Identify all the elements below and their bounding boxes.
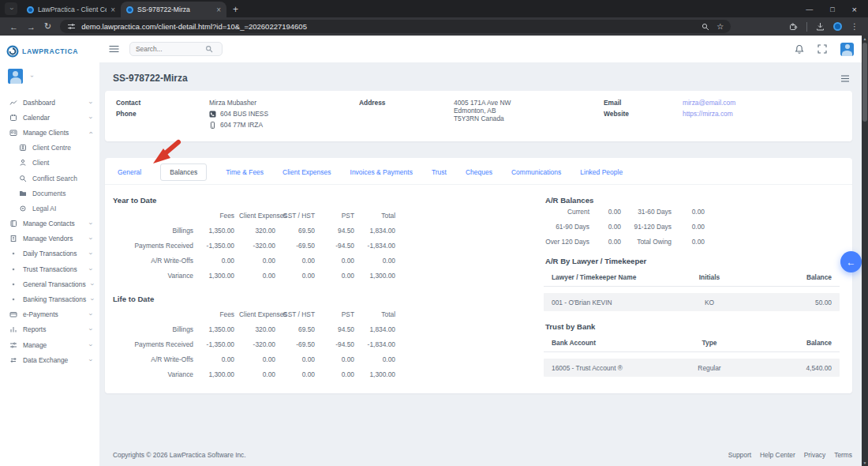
browser-tab-client-detail[interactable]: SS-978722-Mirza × xyxy=(121,2,226,17)
fullscreen-icon[interactable] xyxy=(817,44,827,54)
tab-client-expenses[interactable]: Client Expenses xyxy=(282,168,331,176)
cell: 69.50 xyxy=(275,223,315,238)
balances-left-column: Year to Date Fees Client Expenses GST / … xyxy=(111,190,395,382)
sidebar-item-client-centre[interactable]: Client Centre xyxy=(0,141,99,156)
search-icon[interactable] xyxy=(702,23,709,31)
chevron-down-icon: › xyxy=(88,238,95,240)
contact-name: Mirza Mubasher xyxy=(209,99,359,107)
sidebar-item-data-exchange[interactable]: Data Exchange › xyxy=(0,352,99,367)
dot-icon xyxy=(9,295,17,303)
url-field[interactable]: demo.lawpractica.com/client-detail.html?… xyxy=(60,20,731,33)
footer-link-terms[interactable]: Terms xyxy=(834,451,852,459)
life-to-date-heading: Life to Date xyxy=(113,295,395,303)
chevron-down-icon: › xyxy=(88,223,95,225)
tab-general[interactable]: General xyxy=(118,168,141,176)
cell: -320.00 xyxy=(234,238,275,253)
bookmark-star-icon[interactable]: ☆ xyxy=(716,22,724,31)
chevron-down-icon: › xyxy=(88,329,95,331)
sidebar-item-legal-ai[interactable]: Legal AI xyxy=(0,201,99,216)
col-header: Lawyer / Timekeeper Name xyxy=(552,273,658,281)
sidebar-item-general-transactions[interactable]: General Transactions › xyxy=(0,276,99,291)
year-to-date-heading: Year to Date xyxy=(113,196,395,205)
cell: -1,834.00 xyxy=(354,336,395,351)
cell: 94.50 xyxy=(315,223,354,238)
tab-linked-people[interactable]: Linked People xyxy=(580,168,623,176)
sidebar-item-daily-transactions[interactable]: Daily Transactions › xyxy=(0,246,99,261)
sidebar-item-manage-contacts[interactable]: Manage Contacts › xyxy=(0,216,99,231)
sidebar-item-documents[interactable]: Documents xyxy=(0,186,99,201)
sidebar-item-reports[interactable]: Reports › xyxy=(0,322,99,337)
brand[interactable]: LAWPRACTICA xyxy=(0,42,99,67)
notification-bell-icon[interactable] xyxy=(795,44,804,54)
footer-link-support[interactable]: Support xyxy=(728,451,751,459)
sidebar-item-trust-transactions[interactable]: Trust Transactions › xyxy=(0,261,99,276)
sidebar-item-manage[interactable]: Manage › xyxy=(0,337,99,352)
maximize-icon[interactable]: □ xyxy=(830,6,834,13)
forward-icon[interactable]: → xyxy=(27,22,36,32)
lawyer-name: 001 - O'Brian KEVIN xyxy=(552,299,658,306)
lawpractica-extension-icon[interactable] xyxy=(833,22,842,31)
extensions-icon[interactable] xyxy=(789,22,798,31)
tab-close-icon[interactable]: × xyxy=(216,6,221,14)
tab-close-icon[interactable]: × xyxy=(110,6,115,14)
footer-link-help-center[interactable]: Help Center xyxy=(760,451,795,459)
row-label: Payments Received xyxy=(111,238,193,253)
tab-communications[interactable]: Communications xyxy=(511,168,561,176)
footer-link-privacy[interactable]: Privacy xyxy=(804,451,825,459)
sidebar-item-calendar[interactable]: Calendar › xyxy=(0,110,99,125)
col-header: Initials xyxy=(658,273,761,281)
table-row: Payments Received -1,350.00 -320.00 -69.… xyxy=(111,336,395,351)
global-search[interactable] xyxy=(129,42,223,56)
sidebar-item-e-payments[interactable]: e-Payments › xyxy=(0,307,99,322)
page-content: SS-978722-Mirza Contact Mirza Mubasher P… xyxy=(99,62,868,446)
search-input[interactable] xyxy=(136,45,205,53)
website-link[interactable]: https://mirza.com xyxy=(683,110,841,118)
ar-label: Current xyxy=(544,208,589,216)
reload-icon[interactable]: ↻ xyxy=(44,21,51,32)
sidebar-item-conflict-search[interactable]: Conflict Search xyxy=(0,171,99,186)
table-row[interactable]: 001 - O'Brian KEVIN KO 50.00 xyxy=(544,293,840,311)
tab-search-button[interactable]: › xyxy=(5,2,17,15)
person-badge-icon xyxy=(19,144,27,152)
scroll-up-icon[interactable]: ▲ xyxy=(863,36,867,42)
sidebar-user[interactable]: › xyxy=(0,67,99,95)
browser-tab-client-centre[interactable]: LawPractica - Client Centre × xyxy=(21,2,121,17)
cell: 0.00 xyxy=(315,352,354,367)
scrollbar-thumb[interactable] xyxy=(862,43,867,122)
tab-trust[interactable]: Trust xyxy=(432,168,447,176)
tab-balances[interactable]: Balances xyxy=(160,163,207,181)
magnifier-icon xyxy=(19,175,27,182)
back-icon[interactable]: ← xyxy=(9,22,18,32)
hamburger-icon[interactable] xyxy=(109,45,119,53)
cell: -1,350.00 xyxy=(193,336,234,351)
email-link[interactable]: mirza@email.com xyxy=(683,99,841,107)
col-header: Type xyxy=(658,339,761,347)
scroll-down-icon[interactable]: ▼ xyxy=(863,460,867,466)
app-window: LAWPRACTICA › Dashboard › Calendar › Man… xyxy=(0,36,868,466)
back-floating-button[interactable]: ← xyxy=(840,251,862,272)
user-avatar[interactable] xyxy=(840,43,854,56)
tab-invoices-payments[interactable]: Invoices & Payments xyxy=(350,168,413,176)
sidebar-item-manage-clients[interactable]: Manage Clients › xyxy=(0,125,99,140)
minimize-icon[interactable]: — xyxy=(806,6,813,13)
new-tab-button[interactable]: + xyxy=(233,4,238,15)
close-icon[interactable]: × xyxy=(852,5,857,14)
scrollbar[interactable]: ▲ ▼ xyxy=(862,36,868,466)
table-row[interactable]: 16005 - Trust Account ® Regular 4,540.00 xyxy=(544,359,840,377)
tab-time-fees[interactable]: Time & Fees xyxy=(226,168,264,176)
sidebar-item-dashboard[interactable]: Dashboard › xyxy=(0,95,99,110)
sidebar-item-manage-vendors[interactable]: Manage Vendors › xyxy=(0,231,99,246)
download-icon[interactable] xyxy=(816,22,825,31)
year-to-date-table: Fees Client Expenses GST / HST PST Total… xyxy=(111,208,395,284)
tab-cheques[interactable]: Cheques xyxy=(466,168,492,176)
browser-menu-icon[interactable]: ⋮ xyxy=(851,22,859,31)
card-menu-icon[interactable] xyxy=(840,75,850,82)
contact-book-icon xyxy=(9,220,17,227)
site-info-icon[interactable] xyxy=(67,23,76,30)
sidebar-item-client[interactable]: Client xyxy=(0,156,99,171)
id-card-icon xyxy=(9,129,17,137)
sidebar-item-banking-transactions[interactable]: Banking Transactions › xyxy=(0,291,99,306)
page-title-row: SS-978722-Mirza xyxy=(105,67,852,91)
cell: 0.00 xyxy=(234,352,275,367)
ar-balances-grid: Current 0.00 31-60 Days 0.00 61-90 Days … xyxy=(544,208,840,246)
